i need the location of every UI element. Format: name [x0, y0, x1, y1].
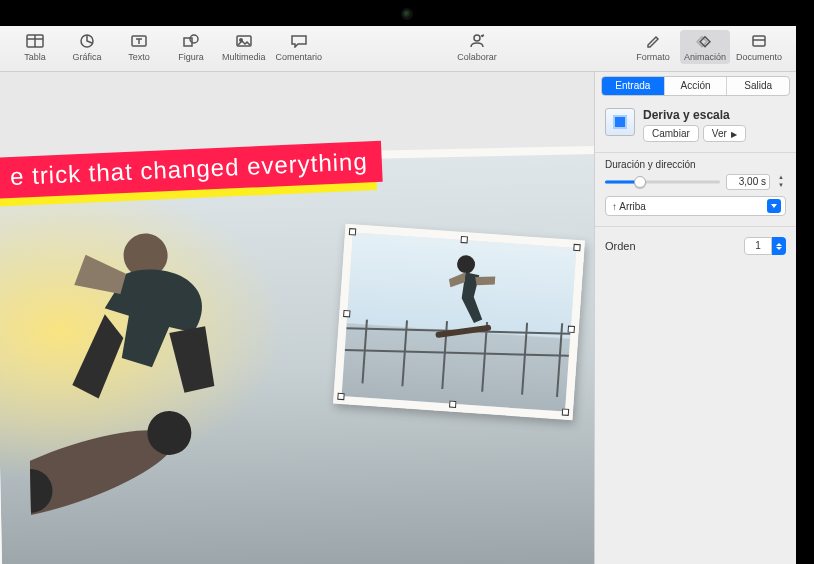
sel-handle-n[interactable]: [461, 236, 468, 243]
svg-rect-12: [753, 36, 765, 46]
sel-handle-s[interactable]: [449, 401, 456, 408]
divider: [595, 152, 796, 153]
collaborate-icon: [467, 32, 487, 50]
effect-thumbnail: [605, 108, 635, 136]
sel-handle-se[interactable]: [562, 408, 569, 415]
app-window: Tabla Gráfica Texto Figura Multimedia Co…: [0, 26, 796, 564]
preview-label: Ver: [712, 128, 727, 139]
tab-build-out[interactable]: Salida: [726, 77, 789, 95]
svg-point-16: [147, 411, 192, 456]
inspector-sidebar: Entrada Acción Salida Deriva y escala Ca…: [594, 72, 796, 564]
chart-icon: [77, 32, 97, 50]
sel-handle-e[interactable]: [568, 326, 575, 333]
format-icon: [643, 32, 663, 50]
step-up-icon: ▲: [776, 174, 786, 182]
document-icon: [749, 32, 769, 50]
toolbar-comment[interactable]: Comentario: [272, 30, 327, 64]
tab-action[interactable]: Acción: [664, 77, 727, 95]
table-icon: [25, 32, 45, 50]
duration-row: 3,00 s ▲▼: [595, 174, 796, 196]
main-area: e trick that changed everything: [0, 72, 796, 564]
direction-select[interactable]: ↑ Arriba: [605, 196, 786, 216]
sel-handle-nw[interactable]: [349, 228, 356, 235]
toolbar-collaborate[interactable]: Colaborar: [452, 30, 502, 64]
svg-point-25: [456, 255, 475, 274]
toolbar-label: Tabla: [24, 52, 46, 62]
toolbar-media[interactable]: Multimedia: [218, 30, 270, 64]
svg-point-14: [25, 412, 184, 515]
effect-name: Deriva y escala: [643, 108, 786, 122]
svg-point-9: [474, 35, 480, 41]
shape-icon: [181, 32, 201, 50]
sel-handle-sw[interactable]: [337, 393, 344, 400]
step-down-icon: ▼: [776, 182, 786, 190]
toolbar-chart[interactable]: Gráfica: [62, 30, 112, 64]
webcam: [403, 10, 411, 18]
svg-point-15: [25, 468, 53, 513]
laptop-bezel: Tabla Gráfica Texto Figura Multimedia Co…: [0, 0, 814, 564]
toolbar-label: Colaborar: [457, 52, 497, 62]
media-icon: [234, 32, 254, 50]
duration-field[interactable]: 3,00 s: [726, 174, 770, 190]
photo-inset-selected[interactable]: [333, 224, 585, 420]
toolbar-table[interactable]: Tabla: [10, 30, 60, 64]
toolbar-label: Formato: [636, 52, 670, 62]
toolbar-format[interactable]: Formato: [628, 30, 678, 64]
toolbar-label: Multimedia: [222, 52, 266, 62]
preview-button[interactable]: Ver▶: [703, 125, 746, 142]
divider: [595, 226, 796, 227]
toolbar-document[interactable]: Documento: [732, 30, 786, 64]
arrow-up-icon: ↑: [612, 201, 617, 212]
tab-build-in[interactable]: Entrada: [602, 77, 664, 95]
toolbar-animation[interactable]: Animación: [680, 30, 730, 64]
toolbar-label: Animación: [684, 52, 726, 62]
svg-rect-26: [435, 324, 491, 338]
toolbar-label: Texto: [128, 52, 150, 62]
duration-direction-label: Duración y dirección: [595, 159, 796, 174]
dropdown-icon: [767, 199, 781, 213]
toolbar-label: Figura: [178, 52, 204, 62]
order-row: Orden 1: [595, 233, 796, 259]
order-field[interactable]: 1: [744, 237, 772, 255]
toolbar-text[interactable]: Texto: [114, 30, 164, 64]
slide-title-text: e trick that changed everything: [10, 147, 369, 190]
svg-point-6: [190, 35, 198, 43]
slide-canvas[interactable]: e trick that changed everything: [0, 72, 594, 564]
skater-illustration: [25, 210, 291, 515]
svg-line-18: [345, 340, 569, 366]
toolbar-label: Documento: [736, 52, 782, 62]
animation-tabs: Entrada Acción Salida: [601, 76, 790, 96]
toolbar: Tabla Gráfica Texto Figura Multimedia Co…: [0, 26, 796, 72]
toolbar-label: Gráfica: [72, 52, 101, 62]
toolbar-shape[interactable]: Figura: [166, 30, 216, 64]
inset-illustration: [342, 232, 577, 411]
animation-icon: [695, 32, 715, 50]
order-stepper[interactable]: [772, 237, 786, 255]
direction-value: ↑ Arriba: [612, 201, 646, 212]
sel-handle-ne[interactable]: [573, 244, 580, 251]
text-icon: [129, 32, 149, 50]
duration-stepper[interactable]: ▲▼: [776, 174, 786, 190]
toolbar-label: Comentario: [276, 52, 323, 62]
sel-handle-w[interactable]: [343, 310, 350, 317]
play-icon: ▶: [731, 130, 737, 139]
duration-slider[interactable]: [605, 176, 720, 188]
effect-header: Deriva y escala Cambiar Ver▶: [595, 102, 796, 150]
order-label: Orden: [605, 240, 636, 252]
change-effect-button[interactable]: Cambiar: [643, 125, 699, 142]
comment-icon: [289, 32, 309, 50]
